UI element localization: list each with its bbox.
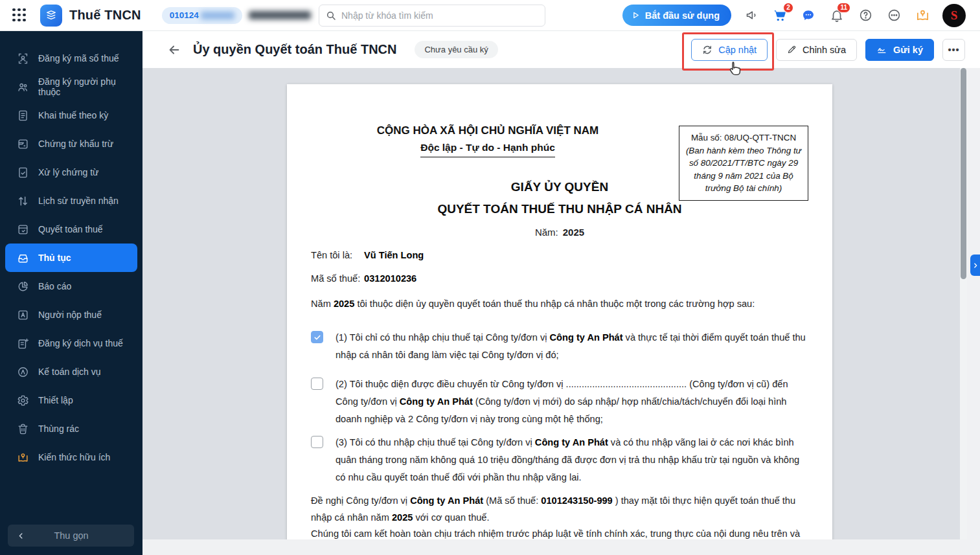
clause-3-checkbox[interactable]	[311, 436, 323, 448]
company-tax-code-pill[interactable]: 010124	[162, 7, 242, 24]
cart-icon[interactable]: 2	[771, 7, 788, 24]
notification-badge: 11	[837, 3, 850, 13]
global-search[interactable]	[319, 5, 545, 27]
settings-gear-icon	[16, 394, 29, 407]
clause-2: (2) Tôi thuộc diện được điều chuyển từ C…	[311, 376, 811, 428]
withholding-voucher-icon	[16, 137, 29, 150]
send-sign-button[interactable]: Gửi ký	[865, 39, 934, 61]
sync-icon	[702, 45, 712, 55]
app-title: Thuế TNCN	[69, 8, 141, 23]
national-motto-line2: Độc lập - Tự do - Hạnh phúc	[287, 142, 689, 157]
sidebar-item-label: Báo cáo	[38, 281, 71, 291]
sidebar-item-label: Lịch sử truyền nhận	[38, 196, 119, 206]
sidebar-item-thiet-lap[interactable]: Thiết lập	[5, 386, 137, 414]
collapse-label: Thu gọn	[25, 530, 117, 541]
update-label: Cập nhật	[718, 45, 757, 55]
announcement-icon[interactable]	[743, 7, 760, 24]
clause-1: (1) Tôi chỉ có thu nhập chịu thuế tại Cô…	[311, 329, 811, 364]
sidebar-item-lich-su-truyen-nhan[interactable]: Lịch sử truyền nhận	[5, 187, 137, 215]
name-label: Tên tôi là:	[311, 250, 361, 260]
tax-id-register-icon	[16, 52, 29, 65]
periodic-declaration-icon	[16, 109, 29, 122]
sidebar-item-label: Đăng ký người phụ thuộc	[38, 76, 137, 97]
useful-knowledge-icon	[16, 451, 29, 464]
send-sign-label: Gửi ký	[893, 45, 923, 55]
scrollbar-track[interactable]	[960, 68, 967, 539]
sidebar-item-xu-ly-chung-tu[interactable]: Xử lý chứng từ	[5, 158, 137, 187]
clause-2-text: (2) Tôi thuộc diện được điều chuyển từ C…	[336, 376, 811, 428]
year-label: Năm:	[535, 227, 558, 238]
taxcode-value: 0312010236	[364, 273, 416, 284]
user-avatar[interactable]: S	[942, 4, 966, 27]
sidebar-item-label: Người nộp thuế	[38, 310, 102, 320]
search-icon	[326, 10, 336, 21]
edit-button[interactable]: Chỉnh sửa	[776, 39, 857, 61]
knowledge-lamp-icon[interactable]	[914, 7, 931, 24]
sidebar-item-label: Kiến thức hữu ích	[38, 452, 110, 462]
update-button-annotation: Cập nhật	[691, 39, 768, 61]
document-viewport: CỘNG HÒA XÃ HỘI CHỦ NGHĨA VIỆT NAM Độc l…	[142, 68, 960, 539]
sidebar-item-ke-toan-dich-vu[interactable]: Kế toán dịch vụ	[5, 357, 137, 386]
page-title: Ủy quyền Quyết toán Thuế TNCN	[193, 42, 396, 57]
clause-2-checkbox[interactable]	[311, 378, 323, 390]
commitment-paragraph: Chúng tôi cam kết hoàn toàn chịu trách n…	[311, 525, 810, 539]
sidebar-item-chung-tu-khau-tru[interactable]: Chứng từ khấu trừ	[5, 130, 137, 158]
chat-icon[interactable]	[800, 7, 817, 24]
trash-icon	[16, 422, 29, 435]
taxcode-row: Mã số thuế: 0312010236	[311, 273, 416, 284]
sidebar-item-nguoi-nop-thue[interactable]: Người nộp thuế	[5, 300, 137, 329]
content-area: CỘNG HÒA XÃ HỘI CHỦ NGHĨA VIỆT NAM Độc l…	[142, 68, 980, 555]
app-grid-icon[interactable]	[12, 8, 27, 23]
search-input[interactable]	[341, 10, 538, 21]
clause-3: (3) Tôi có thu nhập chịu thuế tại Công t…	[311, 434, 811, 486]
sidebar-item-label: Kế toán dịch vụ	[38, 367, 101, 377]
sidebar-collapse-button[interactable]: Thu gọn	[8, 525, 134, 547]
sidebar: Đăng ký mã số thuế Đăng ký người phụ thu…	[0, 31, 142, 555]
sidebar-item-thu-tuc[interactable]: Thủ tục	[5, 244, 137, 272]
sidebar-item-dang-ky-dich-vu-thue[interactable]: Đăng ký dịch vụ thuế	[5, 329, 137, 357]
year-line: Năm:2025	[287, 227, 832, 238]
accounting-service-icon	[16, 365, 29, 378]
help-icon[interactable]	[857, 7, 874, 24]
sidebar-item-label: Khai thuế theo kỳ	[38, 110, 108, 120]
pencil-icon	[787, 45, 797, 54]
scrollbar-thumb[interactable]	[961, 68, 966, 279]
start-using-button[interactable]: Bắt đầu sử dụng	[622, 5, 731, 26]
document-title-line2: QUYẾT TOÁN THUẾ THU NHẬP CÁ NHÂN	[287, 202, 832, 216]
blurred-company-name	[249, 11, 311, 19]
app-logo-icon[interactable]	[40, 5, 62, 27]
tax-service-register-icon	[16, 337, 29, 350]
sidebar-item-dang-ky-ma-so-thue[interactable]: Đăng ký mã số thuế	[5, 44, 137, 73]
clause-3-text: (3) Tôi có thu nhập chịu thuế tại Công t…	[336, 434, 811, 486]
year-value: 2025	[563, 227, 584, 238]
clause-1-checkbox[interactable]	[311, 331, 323, 343]
sidebar-item-quyet-toan-thue[interactable]: Quyết toán thuế	[5, 215, 137, 244]
sidebar-item-label: Thủ tục	[38, 253, 71, 263]
document-page: CỘNG HÒA XÃ HỘI CHỦ NGHĨA VIỆT NAM Độc l…	[287, 84, 832, 539]
document-process-icon	[16, 166, 29, 179]
document-title-line1: GIẤY ỦY QUYỀN	[287, 180, 832, 194]
sidebar-item-thung-rac[interactable]: Thùng rác	[5, 414, 137, 443]
toolbar-more-button[interactable]: •••	[942, 39, 965, 61]
signature-icon	[876, 44, 887, 55]
start-using-label: Bắt đầu sử dụng	[645, 10, 720, 21]
company-tax-code: 010124	[170, 10, 199, 20]
sidebar-item-kien-thuc-huu-ich[interactable]: Kiến thức hữu ích	[5, 443, 137, 471]
sidebar-item-khai-thue-theo-ky[interactable]: Khai thuế theo kỳ	[5, 101, 137, 130]
more-options-icon[interactable]	[885, 7, 902, 24]
intro-paragraph: Năm 2025 tôi thuộc diện ủy quyền quyết t…	[311, 295, 810, 312]
sidebar-item-bao-cao[interactable]: Báo cáo	[5, 272, 137, 300]
reports-pie-icon	[16, 280, 29, 293]
back-button[interactable]	[167, 43, 181, 57]
form-number: Mẫu số: 08/UQ-QTT-TNCN	[685, 131, 802, 144]
side-panel-expand-tab[interactable]	[970, 255, 980, 276]
update-button[interactable]: Cập nhật	[691, 39, 768, 61]
chevron-left-icon	[17, 532, 25, 540]
transfer-history-icon	[16, 194, 29, 207]
name-value: Vũ Tiến Long	[364, 250, 424, 260]
sidebar-item-label: Thùng rác	[38, 424, 79, 434]
sidebar-item-dang-ky-nguoi-phu-thuoc[interactable]: Đăng ký người phụ thuộc	[5, 73, 137, 101]
cart-badge: 2	[783, 3, 793, 13]
notifications-bell-icon[interactable]: 11	[828, 7, 845, 24]
chevron-right-icon	[972, 262, 979, 269]
